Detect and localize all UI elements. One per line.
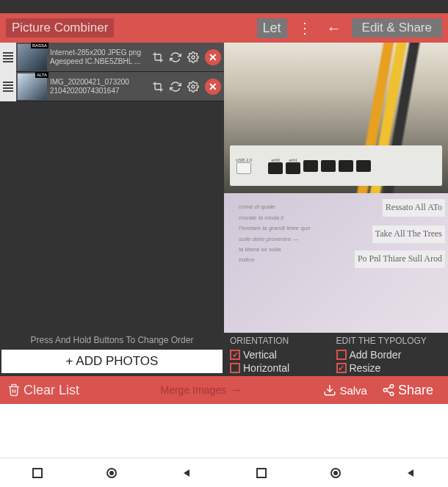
photo-row[interactable]: BASSA Internet-285x200 JPEG png Agespeed… [0,43,224,72]
filename-line2: 21042020074301647 [50,87,152,95]
nav-home-icon[interactable] [104,466,119,480]
gear-icon[interactable] [187,81,199,93]
checkbox-icon[interactable] [230,363,240,373]
crop-icon[interactable] [152,81,164,93]
filename-line1: IMG_20200421_073200 [50,78,152,87]
orientation-vertical[interactable]: Vertical [230,348,336,361]
svg-rect-10 [33,469,42,477]
nav-back-icon[interactable] [179,466,194,480]
app-header: Picture Combiner Let ⋮ ← Edit & Share [0,13,448,43]
remove-photo-button[interactable]: ✕ [205,49,221,65]
option-add-border[interactable]: Add Border [336,348,443,361]
svg-line-9 [386,387,390,389]
filename-line2: Agespeed IC.NBE5ZBHL ... [50,57,152,66]
options-area: ORIENTATION Vertical Horizontal EDIT THE… [224,333,448,376]
option-label: Horizontal [243,362,289,374]
share-button[interactable]: Share [375,383,448,398]
option-label: Resize [350,362,381,374]
file-info: Internet-285x200 JPEG png Agespeed IC.NB… [48,48,152,66]
typology-group: EDIT THE TYPOLOGY Add Border Resize [336,336,443,375]
rotate-icon[interactable] [170,81,181,93]
overlay-text: Ressato All ATo [383,199,445,217]
merge-images-button[interactable]: Merge Images → [87,383,316,398]
photo-thumbnail[interactable]: ALTA [18,73,47,100]
photo-row[interactable]: ALTA IMG_20200421_073200 210420200743016… [0,72,224,101]
preview-image-2: come di quale morale la moda li l'hostar… [224,193,448,333]
preview-panel: USB 2.0 eth0 eth1 come di quale morale l… [224,43,448,376]
trash-icon [7,383,21,397]
svg-point-1 [192,85,195,88]
clear-list-button[interactable]: Clear List [0,383,87,398]
file-info: IMG_20200421_073200 21042020074301647 [48,78,152,95]
status-bar [0,0,448,13]
photo-list-panel: BASSA Internet-285x200 JPEG png Agespeed… [0,43,224,376]
preview-image-1: USB 2.0 eth0 eth1 [224,43,448,193]
svg-point-6 [383,389,387,392]
checkbox-icon[interactable] [230,350,240,360]
crop-icon[interactable] [152,51,164,63]
checkbox-icon[interactable] [336,350,347,360]
option-label: Vertical [243,349,277,361]
svg-point-5 [390,385,394,389]
drag-handle-icon[interactable] [0,43,16,72]
download-icon [323,383,336,397]
svg-line-8 [386,391,390,393]
let-label: Let [257,18,287,38]
typology-header: EDIT THE TYPOLOGY [336,336,443,348]
more-icon[interactable]: ⋮ [293,19,317,37]
nav-recent-icon[interactable] [254,466,269,480]
save-button[interactable]: Salva [316,383,375,397]
remove-photo-button[interactable]: ✕ [205,79,221,95]
orientation-header: ORIENTATION [230,336,336,348]
edit-share-label: Edit & Share [352,18,442,37]
photo-thumbnail[interactable]: BASSA [18,44,47,71]
main-area: BASSA Internet-285x200 JPEG png Agespeed… [0,43,448,376]
rotate-icon[interactable] [170,51,181,63]
svg-point-0 [192,56,195,59]
android-nav-bar [0,458,448,487]
overlay-text: Po Pnl Thiare Sull Arod [355,250,445,268]
footer-bar: Clear List Merge Images → Salva Share [0,376,448,404]
arrow-right-icon: → [229,383,242,398]
reorder-hint: Press And Hold Buttons To Change Order [0,332,224,348]
option-label: Add Border [350,349,402,361]
orientation-horizontal[interactable]: Horizontal [230,361,336,375]
combined-preview[interactable]: USB 2.0 eth0 eth1 come di quale morale l… [224,43,448,333]
nav-recent-icon[interactable] [30,466,45,480]
add-photos-button[interactable]: + ADD PHOTOS [1,350,223,373]
quality-badge: ALTA [35,72,48,78]
filename-line1: Internet-285x200 JPEG png [50,48,152,57]
svg-point-12 [109,471,114,475]
share-icon [382,383,395,397]
overlay-text: Take All The Trees [372,226,445,243]
orientation-group: ORIENTATION Vertical Horizontal [230,336,336,375]
gear-icon[interactable] [187,51,199,63]
quality-badge: BASSA [31,43,48,48]
svg-point-15 [333,471,338,475]
svg-rect-13 [257,469,266,477]
drag-handle-icon[interactable] [0,72,16,101]
back-icon[interactable]: ← [322,20,346,37]
nav-back-icon[interactable] [403,466,418,480]
checkbox-icon[interactable] [336,363,347,373]
nav-home-icon[interactable] [328,466,343,480]
app-title: Picture Combiner [6,18,114,37]
option-resize[interactable]: Resize [336,361,443,375]
svg-point-7 [390,392,394,396]
